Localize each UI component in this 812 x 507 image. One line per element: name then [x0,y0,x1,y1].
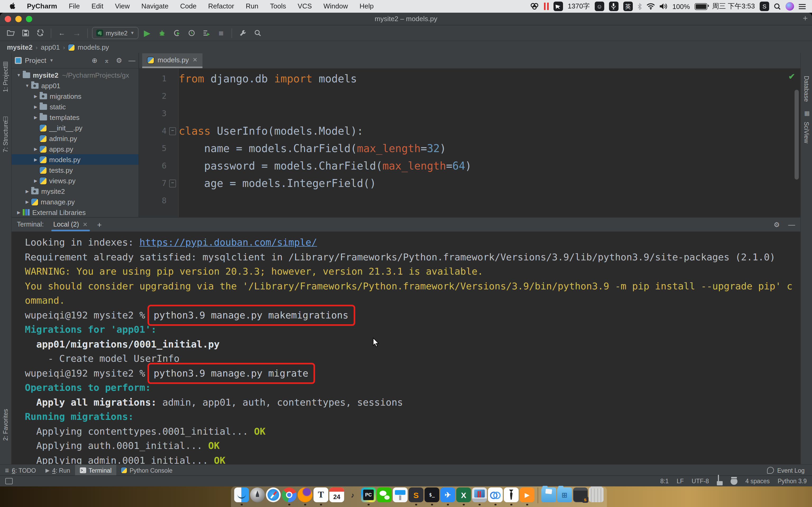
tool-stripe-structure[interactable]: 7: Structure [0,144,11,150]
dock-safari-icon[interactable] [266,488,281,502]
close-terminal-tab-icon[interactable]: ✕ [83,221,88,228]
tree-item-static[interactable]: ▶static [12,101,139,112]
bluetooth-icon[interactable] [638,2,642,11]
toolwin-terminal[interactable]: >_ Terminal [75,465,116,476]
dock-calendar-icon[interactable]: 24 [329,488,344,502]
breadcrumb-package[interactable]: app01 [41,43,60,51]
tree-item-views-py[interactable]: ▶views.py [12,175,139,186]
tree-item-app01[interactable]: ▼app01 [12,80,139,91]
profiler-icon[interactable] [185,27,198,39]
dock-firefox-icon[interactable] [298,488,312,502]
tree-item-tests-py[interactable]: tests.py [12,165,139,175]
volume-icon[interactable] [660,2,668,11]
breadcrumb-project[interactable]: mysite2 [7,43,33,51]
terminal-link[interactable]: https://pypi.douban.com/simple/ [140,237,317,248]
close-tab-icon[interactable]: ✕ [193,57,197,63]
input-lang-icon[interactable]: 英 [623,2,633,11]
tree-expand-arrow-icon[interactable]: ▼ [24,83,31,88]
tree-item-mysite2[interactable]: ▶mysite2 [12,186,139,196]
dock-trash-icon[interactable] [589,488,604,502]
dock-folder2-icon[interactable]: ⊞ [557,488,572,502]
line-ending[interactable]: LF [677,478,684,484]
dock-pycharm-icon[interactable]: PC [361,488,376,502]
tree-item-external-libraries[interactable]: ▶External Libraries [12,207,139,217]
dock-excel-icon[interactable]: X [456,488,471,502]
fold-marker-icon[interactable]: − [169,180,176,187]
sync-icon[interactable] [34,27,47,39]
siri-icon[interactable] [785,2,794,11]
dock-finder-icon[interactable] [234,488,249,502]
toolwin-todo[interactable]: ≣ 6: TODO [0,465,41,476]
dingtalk-menubar-icon[interactable] [554,2,563,11]
run-button[interactable]: ▶ [141,27,154,39]
event-log-button[interactable]: Event Log [767,467,812,474]
menu-pycharm[interactable]: PyCharm [21,0,63,13]
apple-icon[interactable] [9,2,17,10]
dock-chrome-icon[interactable] [282,488,297,502]
menu-vcs[interactable]: VCS [292,0,317,13]
dock-keynote-icon[interactable] [393,488,408,502]
tool-stripe-project[interactable]: 1: Project [0,83,11,90]
dock-dingtalk-icon[interactable]: ✈ [440,488,455,502]
tree-expand-arrow-icon[interactable]: ▶ [32,94,39,99]
back-arrow-icon[interactable]: ← [55,27,68,39]
menu-tools[interactable]: Tools [264,0,292,13]
tool-stripe-favorites[interactable]: 2: Favorites [0,432,11,438]
indent-setting[interactable]: 4 spaces [745,478,770,484]
tree-item-admin-py[interactable]: admin.py [12,133,139,144]
tool-stripe-sciview[interactable]: SciView [801,124,812,130]
menu-help[interactable]: Help [354,0,379,13]
file-encoding[interactable]: UTF-8 [692,478,709,484]
hide-terminal-icon[interactable]: — [788,221,795,228]
run-config-selector[interactable]: dj mysite2 ▼ [92,27,139,39]
cloud-app-icon[interactable] [530,2,539,11]
tree-expand-arrow-icon[interactable]: ▶ [32,147,39,151]
wifi-icon[interactable] [647,2,655,11]
run-with-coverage-icon[interactable] [170,27,183,39]
readonly-lock-icon[interactable] [717,477,723,485]
tree-expand-arrow-icon[interactable]: ▶ [24,200,31,204]
terminal-output[interactable]: Looking in indexes: https://pypi.douban.… [12,232,800,465]
breadcrumb-file[interactable]: models.py [78,43,109,51]
hide-panel-icon[interactable]: — [129,57,135,64]
tree-expand-arrow-icon[interactable]: ▶ [32,115,39,120]
sogou-icon[interactable]: S [760,2,769,11]
dock-netease-music-icon[interactable]: ♪ [345,488,360,502]
wrench-icon[interactable] [237,27,249,39]
code-editor[interactable]: from django.db import modelsclass UserIn… [179,69,800,217]
window-title-bar[interactable]: mysite2 – models.py + [0,13,812,25]
gear-icon[interactable]: ⚙ [116,57,122,64]
dock-launchpad-icon[interactable] [250,488,265,502]
caret-position[interactable]: 8:1 [660,478,669,484]
toolwin-run[interactable]: ▶ 4: Run [41,465,75,476]
inspections-hector-icon[interactable] [730,478,738,485]
dock-boss-icon[interactable] [504,488,519,502]
menu-refactor[interactable]: Refactor [202,0,240,13]
tree-expand-arrow-icon[interactable]: ▶ [32,178,39,183]
python-interpreter[interactable]: Python 3.9 [778,478,807,484]
tree-expand-arrow-icon[interactable]: ▼ [15,73,22,77]
dock-darkwin-icon[interactable]: s [573,488,588,502]
tree-expand-arrow-icon[interactable]: ▶ [32,157,39,162]
tree-expand-arrow-icon[interactable]: ▶ [24,189,31,193]
titlebar-plus-icon[interactable]: + [803,14,808,23]
dock-sublime-icon[interactable]: S [409,488,423,502]
collapse-all-icon[interactable]: ⌅ [104,57,110,64]
tree-expand-arrow-icon[interactable]: ▶ [15,210,22,215]
tool-stripe-database[interactable]: Database [801,78,812,84]
dock-typora-icon[interactable]: T [313,488,328,502]
mic-icon[interactable] [609,2,618,11]
debug-button[interactable] [156,27,168,39]
menu-view[interactable]: View [109,0,136,13]
menu-code[interactable]: Code [174,0,202,13]
terminal-settings-gear-icon[interactable]: ⚙ [774,221,780,228]
search-everywhere-icon[interactable] [251,27,264,39]
terminal-tab-local[interactable]: Local (2) ✕ [51,218,90,231]
notification-center-icon[interactable] [799,2,806,11]
project-view-selector[interactable]: Project ▼ [15,57,54,64]
menu-file[interactable]: File [63,0,86,13]
dock-wechat-icon[interactable] [377,488,392,502]
save-all-icon[interactable] [19,27,32,39]
tree-item-apps-py[interactable]: ▶apps.py [12,144,139,154]
dock-terminal-icon[interactable]: $_ [424,488,439,502]
